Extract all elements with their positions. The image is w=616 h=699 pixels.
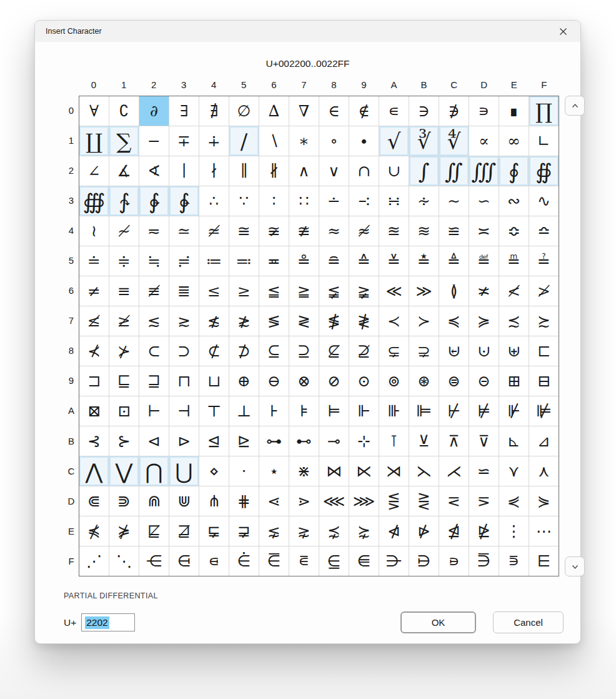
char-cell-u2265[interactable]: ≥ (229, 276, 259, 306)
char-cell-u2209[interactable]: ∉ (349, 96, 379, 126)
char-cell-u22CE[interactable]: ⋎ (499, 456, 529, 486)
char-cell-u2252[interactable]: ≒ (139, 246, 169, 276)
char-cell-u227F[interactable]: ≿ (529, 306, 559, 336)
char-cell-u229E[interactable]: ⊞ (499, 366, 529, 396)
char-cell-u22A1[interactable]: ⊡ (109, 396, 139, 426)
char-cell-u221F[interactable]: ∟ (529, 126, 559, 156)
char-cell-u22A7[interactable]: ⊧ (289, 396, 319, 426)
char-cell-u22BF[interactable]: ⊿ (529, 426, 559, 456)
char-cell-u22BB[interactable]: ⊻ (409, 426, 439, 456)
char-cell-u2214[interactable]: ∔ (199, 126, 229, 156)
char-cell-u221E[interactable]: ∞ (499, 126, 529, 156)
char-cell-u221C[interactable]: ∜ (439, 126, 469, 156)
char-cell-u2291[interactable]: ⊑ (109, 366, 139, 396)
char-cell-u22DA[interactable]: ⋚ (379, 486, 409, 516)
char-cell-u22BD[interactable]: ⊽ (469, 426, 499, 456)
char-cell-u2262[interactable]: ≢ (139, 276, 169, 306)
char-cell-u22DB[interactable]: ⋛ (409, 486, 439, 516)
char-cell-u22B6[interactable]: ⊶ (259, 426, 289, 456)
char-cell-u2220[interactable]: ∠ (79, 156, 109, 186)
char-cell-u2295[interactable]: ⊕ (229, 366, 259, 396)
cancel-button[interactable]: Cancel (493, 611, 564, 633)
char-cell-u2201[interactable]: ∁ (109, 96, 139, 126)
char-cell-u2292[interactable]: ⊒ (139, 366, 169, 396)
char-cell-u22D9[interactable]: ⋙ (349, 486, 379, 516)
char-cell-u22CB[interactable]: ⋋ (409, 456, 439, 486)
char-cell-u229A[interactable]: ⊚ (379, 366, 409, 396)
char-cell-u225E[interactable]: ≞ (499, 246, 529, 276)
char-cell-u22B9[interactable]: ⊹ (349, 426, 379, 456)
char-cell-u22D0[interactable]: ⋐ (79, 486, 109, 516)
char-cell-u2210[interactable]: ∐ (79, 126, 109, 156)
char-cell-u22C4[interactable]: ⋄ (199, 456, 229, 486)
char-cell-u227B[interactable]: ≻ (409, 306, 439, 336)
char-cell-u220F[interactable]: ∏ (529, 96, 559, 126)
char-cell-u220C[interactable]: ∌ (439, 96, 469, 126)
char-cell-u22DE[interactable]: ⋞ (499, 486, 529, 516)
char-cell-u227A[interactable]: ≺ (379, 306, 409, 336)
char-cell-u2216[interactable]: ∖ (259, 126, 289, 156)
char-cell-u2242[interactable]: ≂ (139, 216, 169, 246)
char-cell-u2254[interactable]: ≔ (199, 246, 229, 276)
char-cell-u2212[interactable]: − (139, 126, 169, 156)
char-cell-u22AC[interactable]: ⊬ (439, 396, 469, 426)
char-cell-u2273[interactable]: ≳ (169, 306, 199, 336)
char-cell-u2287[interactable]: ⊇ (289, 336, 319, 366)
char-cell-u22FF[interactable]: ⋿ (529, 546, 559, 576)
char-cell-u22E5[interactable]: ⋥ (229, 516, 259, 546)
char-cell-u2266[interactable]: ≦ (259, 276, 289, 306)
char-cell-u22F2[interactable]: ⋲ (139, 546, 169, 576)
char-cell-u2278[interactable]: ≸ (319, 306, 349, 336)
char-cell-u22CA[interactable]: ⋊ (379, 456, 409, 486)
char-cell-u221B[interactable]: ∛ (409, 126, 439, 156)
char-cell-u223A[interactable]: ∺ (379, 186, 409, 216)
char-cell-u22A5[interactable]: ⊥ (229, 396, 259, 426)
char-cell-u22AB[interactable]: ⊫ (409, 396, 439, 426)
char-cell-u22E6[interactable]: ⋦ (259, 516, 289, 546)
char-cell-u22FA[interactable]: ⋺ (379, 546, 409, 576)
char-cell-u2250[interactable]: ≐ (79, 246, 109, 276)
char-cell-u22D5[interactable]: ⋕ (229, 486, 259, 516)
char-cell-u2251[interactable]: ≑ (109, 246, 139, 276)
char-cell-u228E[interactable]: ⊎ (499, 336, 529, 366)
char-cell-u22BC[interactable]: ⊼ (439, 426, 469, 456)
char-cell-u22D7[interactable]: ⋗ (289, 486, 319, 516)
char-cell-u22CC[interactable]: ⋌ (439, 456, 469, 486)
char-cell-u22EE[interactable]: ⋮ (499, 516, 529, 546)
char-cell-u228F[interactable]: ⊏ (529, 336, 559, 366)
char-cell-u22C3[interactable]: ⋃ (169, 456, 199, 486)
char-cell-u2249[interactable]: ≉ (349, 216, 379, 246)
char-cell-u22EC[interactable]: ⋬ (439, 516, 469, 546)
char-cell-u2276[interactable]: ≶ (259, 306, 289, 336)
char-cell-u2293[interactable]: ⊓ (169, 366, 199, 396)
char-cell-u22E1[interactable]: ⋡ (109, 516, 139, 546)
char-cell-u22B7[interactable]: ⊷ (289, 426, 319, 456)
char-cell-u22F0[interactable]: ⋰ (79, 546, 109, 576)
char-cell-u22E3[interactable]: ⋣ (169, 516, 199, 546)
char-cell-u22DF[interactable]: ⋟ (529, 486, 559, 516)
char-cell-u22BA[interactable]: ⊺ (379, 426, 409, 456)
char-cell-u2288[interactable]: ⊈ (319, 336, 349, 366)
char-cell-u2217[interactable]: ∗ (289, 126, 319, 156)
char-cell-u22F8[interactable]: ⋸ (319, 546, 349, 576)
char-cell-u223B[interactable]: ∻ (409, 186, 439, 216)
char-cell-u22E4[interactable]: ⋤ (199, 516, 229, 546)
char-cell-u22B2[interactable]: ⊲ (139, 426, 169, 456)
char-cell-u22D4[interactable]: ⋔ (199, 486, 229, 516)
char-cell-u22CF[interactable]: ⋏ (529, 456, 559, 486)
char-cell-u2206[interactable]: ∆ (259, 96, 289, 126)
char-cell-u221A[interactable]: √ (379, 126, 409, 156)
char-cell-u2207[interactable]: ∇ (289, 96, 319, 126)
char-cell-u2267[interactable]: ≧ (289, 276, 319, 306)
char-cell-u2229[interactable]: ∩ (349, 156, 379, 186)
char-cell-u22B0[interactable]: ⊰ (79, 426, 109, 456)
char-cell-u2215[interactable]: ∕ (229, 126, 259, 156)
char-cell-u22C1[interactable]: ⋁ (109, 456, 139, 486)
char-cell-u2222[interactable]: ∢ (139, 156, 169, 186)
char-cell-u2213[interactable]: ∓ (169, 126, 199, 156)
char-cell-u22C5[interactable]: ⋅ (229, 456, 259, 486)
char-cell-u22FE[interactable]: ⋾ (499, 546, 529, 576)
char-cell-u229F[interactable]: ⊟ (529, 366, 559, 396)
ok-button[interactable]: OK (400, 611, 476, 633)
char-cell-u22A4[interactable]: ⊤ (199, 396, 229, 426)
